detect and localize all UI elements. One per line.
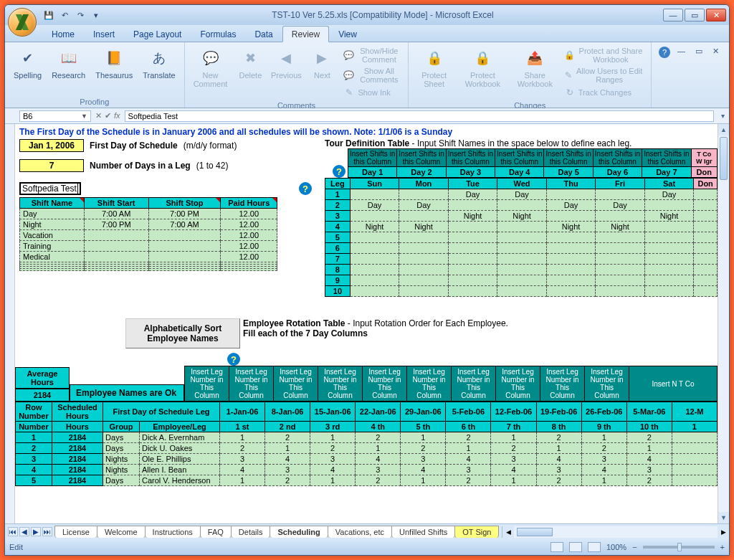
tour-cell[interactable] bbox=[694, 211, 718, 222]
sheet-tab-unfilled-shifts[interactable]: Unfilled Shifts bbox=[391, 526, 455, 538]
days-input[interactable]: 7 bbox=[19, 159, 84, 172]
scroll-thumb[interactable] bbox=[720, 137, 728, 180]
tab-review[interactable]: Review bbox=[282, 26, 329, 42]
rotation-cell[interactable]: 1 bbox=[446, 443, 491, 454]
tour-cell[interactable] bbox=[694, 265, 718, 275]
page-break-view-button[interactable] bbox=[588, 542, 601, 552]
group-cell[interactable]: Days bbox=[103, 432, 140, 443]
protect-workbook-button[interactable]: 🔒Protect Workbook bbox=[458, 45, 507, 90]
shift-start-cell[interactable] bbox=[84, 230, 148, 241]
tour-cell[interactable] bbox=[448, 275, 497, 286]
tour-cell[interactable] bbox=[596, 211, 645, 222]
office-button[interactable] bbox=[8, 8, 37, 37]
close-button[interactable]: ✕ bbox=[706, 9, 726, 22]
tour-cell[interactable] bbox=[448, 286, 497, 297]
cancel-edit-icon[interactable]: ✕ bbox=[95, 111, 102, 120]
sheet-tab-instructions[interactable]: Instructions bbox=[145, 526, 201, 538]
show-all-comments-button[interactable]: 💬Show All Comments bbox=[342, 65, 402, 85]
fx-icon[interactable]: fx bbox=[114, 111, 120, 120]
tour-cell[interactable]: Day bbox=[596, 200, 645, 211]
tour-cell[interactable] bbox=[448, 232, 497, 243]
last-sheet-button[interactable]: ⏭ bbox=[42, 527, 52, 536]
tour-cell[interactable] bbox=[448, 243, 497, 254]
expand-formula-bar-icon[interactable]: ▾ bbox=[717, 112, 729, 120]
tour-cell[interactable] bbox=[546, 189, 596, 200]
tour-cell[interactable] bbox=[350, 243, 399, 254]
rotation-cell[interactable]: 2 bbox=[536, 432, 581, 443]
allow-edit-button[interactable]: ✎Allow Users to Edit Ranges bbox=[563, 65, 645, 85]
tour-cell[interactable] bbox=[399, 286, 449, 297]
page-layout-view-button[interactable] bbox=[569, 542, 582, 552]
shift-hours-cell[interactable] bbox=[221, 269, 277, 271]
help-button[interactable]: ? bbox=[659, 47, 670, 58]
tour-cell[interactable] bbox=[350, 254, 399, 265]
tour-cell[interactable] bbox=[399, 243, 449, 254]
rotation-cell[interactable]: 3 bbox=[310, 454, 356, 465]
zoom-thumb[interactable] bbox=[677, 543, 682, 551]
employee-cell[interactable]: Allen I. Bean bbox=[139, 465, 219, 475]
normal-view-button[interactable] bbox=[550, 542, 563, 552]
tour-cell[interactable]: Day bbox=[448, 189, 497, 200]
save-button[interactable]: 💾 bbox=[42, 9, 55, 22]
shift-hours-cell[interactable]: 12.00 bbox=[221, 252, 277, 262]
shift-start-cell[interactable] bbox=[84, 252, 148, 262]
rotation-cell[interactable]: 4 bbox=[356, 454, 401, 465]
rotation-cell[interactable]: 2 bbox=[219, 443, 264, 454]
mdi-minimize[interactable]: — bbox=[675, 47, 688, 55]
worksheet-grid[interactable]: The First Day of the Schedule is in Janu… bbox=[15, 124, 718, 523]
tour-cell[interactable] bbox=[694, 200, 718, 211]
group-cell[interactable]: Days bbox=[103, 443, 140, 454]
rotation-cell[interactable]: 2 bbox=[356, 475, 401, 486]
tab-page-layout[interactable]: Page Layout bbox=[124, 26, 191, 42]
shift-hours-cell[interactable]: 12.00 bbox=[221, 230, 277, 241]
tour-cell[interactable] bbox=[497, 265, 547, 275]
tour-cell[interactable]: Night bbox=[448, 211, 497, 222]
tour-cell[interactable] bbox=[694, 286, 718, 297]
rotation-cell[interactable]: 1 bbox=[536, 443, 581, 454]
tour-cell[interactable] bbox=[644, 243, 694, 254]
mdi-close[interactable]: ✕ bbox=[710, 47, 722, 56]
rotation-cell[interactable]: 2 bbox=[265, 475, 310, 486]
help-circle-3[interactable]: ? bbox=[227, 353, 240, 366]
prev-sheet-button[interactable]: ◀ bbox=[19, 527, 29, 536]
track-changes-button[interactable]: ↻Track Changes bbox=[563, 85, 645, 100]
maximize-button[interactable]: ▭ bbox=[685, 9, 705, 22]
rotation-cell[interactable]: 4 bbox=[536, 454, 581, 465]
rotation-cell[interactable] bbox=[672, 454, 717, 465]
shift-stop-cell[interactable] bbox=[148, 230, 221, 241]
tour-cell[interactable]: Night bbox=[596, 222, 645, 232]
tour-cell[interactable] bbox=[694, 189, 718, 200]
tour-cell[interactable] bbox=[694, 254, 718, 265]
tour-cell[interactable] bbox=[399, 189, 449, 200]
sheet-tab-vacations-etc[interactable]: Vacations, etc bbox=[328, 526, 392, 538]
previous-comment-button[interactable]: ◀Previous bbox=[270, 45, 302, 81]
tour-cell[interactable]: Night bbox=[546, 222, 596, 232]
minimize-button[interactable]: — bbox=[663, 9, 683, 22]
group-cell[interactable]: Nights bbox=[103, 454, 140, 465]
rotation-cell[interactable]: 1 bbox=[310, 432, 356, 443]
protect-share-button[interactable]: 🔒Protect and Share Workbook bbox=[563, 45, 645, 65]
tour-cell[interactable] bbox=[350, 211, 399, 222]
tour-cell[interactable] bbox=[644, 222, 694, 232]
tour-cell[interactable]: Day bbox=[546, 200, 596, 211]
first-day-input[interactable]: Jan 1, 2006 bbox=[19, 139, 84, 152]
rotation-cell[interactable]: 2 bbox=[310, 443, 356, 454]
shift-start-cell[interactable]: 7:00 AM bbox=[84, 209, 148, 219]
next-sheet-button[interactable]: ▶ bbox=[31, 527, 41, 536]
next-comment-button[interactable]: ▶Next bbox=[306, 45, 338, 81]
shift-name-cell[interactable]: Vacation bbox=[20, 230, 85, 241]
shift-stop-cell[interactable] bbox=[148, 269, 221, 271]
rotation-cell[interactable]: 3 bbox=[356, 465, 401, 475]
tour-cell[interactable] bbox=[596, 232, 645, 243]
tour-cell[interactable]: Night bbox=[644, 211, 694, 222]
rotation-cell[interactable]: 3 bbox=[536, 465, 581, 475]
translate-button[interactable]: あTranslate bbox=[140, 45, 178, 81]
tour-cell[interactable] bbox=[497, 232, 547, 243]
rotation-cell[interactable]: 2 bbox=[581, 443, 626, 454]
rotation-cell[interactable] bbox=[672, 443, 717, 454]
rotation-cell[interactable]: 3 bbox=[491, 454, 536, 465]
help-circle-2[interactable]: ? bbox=[333, 165, 345, 178]
tour-cell[interactable] bbox=[448, 265, 497, 275]
zoom-in-button[interactable]: + bbox=[720, 543, 725, 551]
tour-cell[interactable] bbox=[497, 254, 547, 265]
